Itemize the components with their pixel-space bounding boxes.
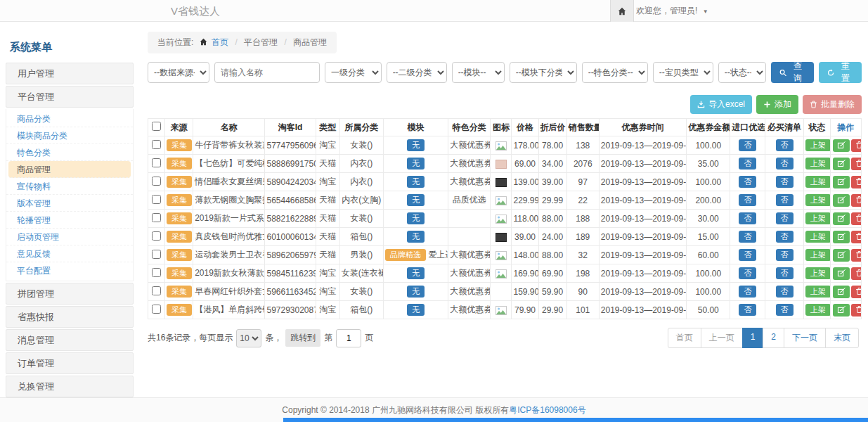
user-menu[interactable]: 欢迎您，管理员! ▼ bbox=[636, 0, 708, 23]
module-select[interactable]: --模块-- bbox=[452, 62, 505, 83]
row-checkbox[interactable] bbox=[152, 158, 161, 167]
row-checkbox[interactable] bbox=[152, 213, 161, 222]
edit-button[interactable] bbox=[833, 176, 850, 188]
status-button[interactable]: 上架 bbox=[805, 158, 831, 170]
status-button[interactable]: 上架 bbox=[805, 267, 831, 279]
sidebar-subitem-link[interactable]: 意见反馈 bbox=[6, 245, 133, 262]
module-none-button[interactable]: 无 bbox=[407, 212, 425, 224]
level2-category-select[interactable]: --二级分类-- bbox=[387, 62, 447, 83]
breadcrumb-home-link[interactable]: 首页 bbox=[212, 37, 228, 47]
module-none-button[interactable]: 无 bbox=[407, 286, 425, 298]
edit-button[interactable] bbox=[833, 158, 850, 170]
delete-button[interactable] bbox=[851, 286, 862, 298]
must-buy-toggle-button[interactable]: 否 bbox=[776, 304, 793, 316]
item-type-select[interactable]: --宝贝类型-- bbox=[653, 62, 713, 83]
must-buy-toggle-button[interactable]: 否 bbox=[776, 158, 793, 170]
delete-button[interactable] bbox=[851, 158, 862, 170]
module-sub-category-select[interactable]: --模块下分类-- bbox=[510, 62, 577, 83]
status-button[interactable]: 上架 bbox=[805, 286, 831, 298]
delete-button[interactable] bbox=[851, 304, 862, 316]
delete-button[interactable] bbox=[851, 267, 862, 280]
module-none-button[interactable]: 无 bbox=[407, 158, 425, 170]
must-buy-toggle-button[interactable]: 否 bbox=[776, 249, 793, 261]
must-buy-toggle-button[interactable]: 否 bbox=[776, 286, 793, 298]
delete-button[interactable] bbox=[851, 194, 862, 207]
must-buy-toggle-button[interactable]: 否 bbox=[776, 231, 793, 243]
status-button[interactable]: 上架 bbox=[805, 249, 831, 261]
imported-toggle-button[interactable]: 否 bbox=[739, 304, 756, 316]
search-button[interactable]: 查询 bbox=[771, 62, 814, 83]
sidebar-group-item[interactable]: 省惠快报 bbox=[6, 306, 134, 328]
level1-category-select[interactable]: 一级分类 bbox=[325, 62, 382, 83]
row-checkbox[interactable] bbox=[152, 195, 161, 204]
name-input[interactable] bbox=[214, 62, 320, 83]
edit-button[interactable] bbox=[833, 194, 850, 207]
imported-toggle-button[interactable]: 否 bbox=[739, 231, 756, 243]
edit-button[interactable] bbox=[833, 267, 850, 280]
import-excel-button[interactable]: 导入excel bbox=[690, 95, 752, 114]
edit-button[interactable] bbox=[833, 231, 850, 243]
sidebar-subitem-active[interactable]: 商品管理 bbox=[8, 161, 131, 178]
sidebar-subitem-link[interactable]: 启动页管理 bbox=[6, 229, 133, 245]
imported-toggle-button[interactable]: 否 bbox=[739, 212, 756, 224]
edit-button[interactable] bbox=[833, 304, 850, 316]
row-checkbox[interactable] bbox=[152, 177, 161, 186]
batch-delete-button[interactable]: 批量删除 bbox=[803, 95, 862, 114]
must-buy-toggle-button[interactable]: 否 bbox=[776, 176, 793, 188]
module-none-button[interactable]: 无 bbox=[407, 304, 425, 316]
row-checkbox[interactable] bbox=[152, 231, 161, 241]
sidebar-subitem-link[interactable]: 模块商品分类 bbox=[6, 127, 133, 144]
imported-toggle-button[interactable]: 否 bbox=[739, 158, 756, 170]
module-none-button[interactable]: 无 bbox=[407, 176, 425, 188]
status-select[interactable]: --状态-- bbox=[718, 62, 766, 83]
module-none-button[interactable]: 无 bbox=[407, 194, 425, 206]
must-buy-toggle-button[interactable]: 否 bbox=[776, 267, 793, 279]
status-button[interactable]: 上架 bbox=[805, 139, 831, 151]
delete-button[interactable] bbox=[851, 212, 862, 225]
must-buy-toggle-button[interactable]: 否 bbox=[776, 212, 793, 224]
home-button[interactable] bbox=[610, 0, 634, 22]
select-all-checkbox[interactable] bbox=[152, 122, 161, 131]
page-number-input[interactable] bbox=[336, 329, 361, 347]
status-button[interactable]: 上架 bbox=[805, 231, 831, 243]
sidebar-group-item[interactable]: 消息管理 bbox=[6, 329, 134, 351]
icp-link[interactable]: 粤ICP备16098006号 bbox=[509, 405, 585, 415]
status-button[interactable]: 上架 bbox=[805, 212, 831, 224]
sidebar-subitem-link[interactable]: 版本管理 bbox=[6, 195, 133, 212]
imported-toggle-button[interactable]: 否 bbox=[739, 249, 756, 261]
delete-button[interactable] bbox=[851, 139, 862, 152]
imported-toggle-button[interactable]: 否 bbox=[739, 139, 756, 151]
must-buy-toggle-button[interactable]: 否 bbox=[776, 139, 793, 151]
imported-toggle-button[interactable]: 否 bbox=[739, 267, 756, 279]
status-button[interactable]: 上架 bbox=[805, 304, 831, 316]
module-none-button[interactable]: 无 bbox=[407, 267, 425, 279]
sidebar-subitem-link[interactable]: 宣传物料 bbox=[6, 178, 133, 195]
sidebar-group-item[interactable]: 兑换管理 bbox=[6, 376, 134, 397]
edit-button[interactable] bbox=[833, 139, 850, 152]
row-checkbox[interactable] bbox=[152, 250, 161, 259]
page-button-2[interactable]: 2 bbox=[763, 328, 784, 348]
edit-button[interactable] bbox=[833, 286, 850, 298]
delete-button[interactable] bbox=[851, 249, 862, 262]
imported-toggle-button[interactable]: 否 bbox=[739, 176, 756, 188]
page-button-1[interactable]: 1 bbox=[742, 328, 764, 348]
imported-toggle-button[interactable]: 否 bbox=[739, 286, 756, 298]
sidebar-subitem-link[interactable]: 轮播管理 bbox=[6, 212, 133, 229]
page-button-下一页[interactable]: 下一页 bbox=[784, 328, 826, 348]
imported-toggle-button[interactable]: 否 bbox=[739, 194, 756, 206]
row-checkbox[interactable] bbox=[152, 305, 161, 314]
must-buy-toggle-button[interactable]: 否 bbox=[776, 194, 793, 206]
sidebar-subitem-link[interactable]: 商品分类 bbox=[6, 110, 133, 127]
page-button-末页[interactable]: 末页 bbox=[825, 328, 859, 348]
edit-button[interactable] bbox=[833, 249, 850, 262]
feature-category-select[interactable]: --特色分类-- bbox=[582, 62, 648, 83]
status-button[interactable]: 上架 bbox=[805, 194, 831, 206]
delete-button[interactable] bbox=[851, 176, 862, 188]
sidebar-subitem-link[interactable]: 特色分类 bbox=[6, 144, 133, 161]
data-source-select[interactable]: --数据来源-- bbox=[148, 62, 209, 83]
module-none-button[interactable]: 无 bbox=[407, 139, 425, 151]
row-checkbox[interactable] bbox=[152, 140, 161, 149]
delete-button[interactable] bbox=[851, 231, 862, 243]
reset-button[interactable]: 重置 bbox=[819, 62, 862, 83]
sidebar-group-item[interactable]: 拼团管理 bbox=[6, 283, 134, 305]
